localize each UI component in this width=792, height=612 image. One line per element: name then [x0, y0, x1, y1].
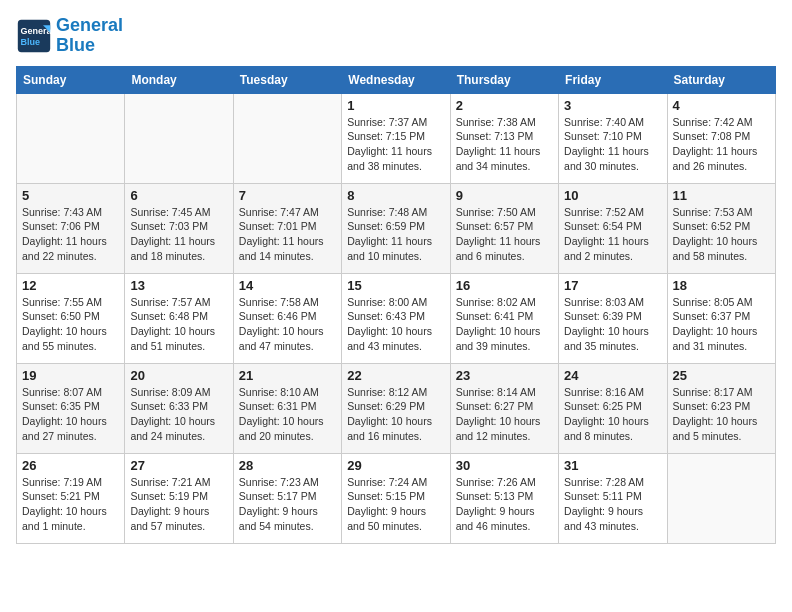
day-info: Sunrise: 7:28 AM Sunset: 5:11 PM Dayligh… — [564, 475, 661, 534]
day-number: 23 — [456, 368, 553, 383]
header-saturday: Saturday — [667, 66, 775, 93]
day-number: 25 — [673, 368, 770, 383]
day-cell: 26Sunrise: 7:19 AM Sunset: 5:21 PM Dayli… — [17, 453, 125, 543]
day-number: 21 — [239, 368, 336, 383]
day-number: 1 — [347, 98, 444, 113]
day-info: Sunrise: 7:57 AM Sunset: 6:48 PM Dayligh… — [130, 295, 227, 354]
header-tuesday: Tuesday — [233, 66, 341, 93]
day-info: Sunrise: 7:21 AM Sunset: 5:19 PM Dayligh… — [130, 475, 227, 534]
day-cell: 2Sunrise: 7:38 AM Sunset: 7:13 PM Daylig… — [450, 93, 558, 183]
day-info: Sunrise: 8:00 AM Sunset: 6:43 PM Dayligh… — [347, 295, 444, 354]
day-info: Sunrise: 8:16 AM Sunset: 6:25 PM Dayligh… — [564, 385, 661, 444]
day-cell: 12Sunrise: 7:55 AM Sunset: 6:50 PM Dayli… — [17, 273, 125, 363]
header-monday: Monday — [125, 66, 233, 93]
day-info: Sunrise: 8:02 AM Sunset: 6:41 PM Dayligh… — [456, 295, 553, 354]
day-info: Sunrise: 7:23 AM Sunset: 5:17 PM Dayligh… — [239, 475, 336, 534]
day-info: Sunrise: 7:43 AM Sunset: 7:06 PM Dayligh… — [22, 205, 119, 264]
day-cell — [125, 93, 233, 183]
day-info: Sunrise: 7:40 AM Sunset: 7:10 PM Dayligh… — [564, 115, 661, 174]
day-info: Sunrise: 7:26 AM Sunset: 5:13 PM Dayligh… — [456, 475, 553, 534]
week-row-4: 26Sunrise: 7:19 AM Sunset: 5:21 PM Dayli… — [17, 453, 776, 543]
day-cell: 24Sunrise: 8:16 AM Sunset: 6:25 PM Dayli… — [559, 363, 667, 453]
day-number: 10 — [564, 188, 661, 203]
day-cell: 8Sunrise: 7:48 AM Sunset: 6:59 PM Daylig… — [342, 183, 450, 273]
day-number: 17 — [564, 278, 661, 293]
day-info: Sunrise: 8:05 AM Sunset: 6:37 PM Dayligh… — [673, 295, 770, 354]
page-header: General Blue General Blue — [16, 16, 776, 56]
day-cell — [233, 93, 341, 183]
day-cell: 11Sunrise: 7:53 AM Sunset: 6:52 PM Dayli… — [667, 183, 775, 273]
day-cell: 31Sunrise: 7:28 AM Sunset: 5:11 PM Dayli… — [559, 453, 667, 543]
day-cell: 18Sunrise: 8:05 AM Sunset: 6:37 PM Dayli… — [667, 273, 775, 363]
day-cell: 16Sunrise: 8:02 AM Sunset: 6:41 PM Dayli… — [450, 273, 558, 363]
day-number: 2 — [456, 98, 553, 113]
day-cell: 22Sunrise: 8:12 AM Sunset: 6:29 PM Dayli… — [342, 363, 450, 453]
day-cell: 30Sunrise: 7:26 AM Sunset: 5:13 PM Dayli… — [450, 453, 558, 543]
day-cell: 13Sunrise: 7:57 AM Sunset: 6:48 PM Dayli… — [125, 273, 233, 363]
day-cell: 1Sunrise: 7:37 AM Sunset: 7:15 PM Daylig… — [342, 93, 450, 183]
day-info: Sunrise: 7:48 AM Sunset: 6:59 PM Dayligh… — [347, 205, 444, 264]
day-info: Sunrise: 8:03 AM Sunset: 6:39 PM Dayligh… — [564, 295, 661, 354]
day-info: Sunrise: 8:12 AM Sunset: 6:29 PM Dayligh… — [347, 385, 444, 444]
day-cell: 14Sunrise: 7:58 AM Sunset: 6:46 PM Dayli… — [233, 273, 341, 363]
day-cell: 17Sunrise: 8:03 AM Sunset: 6:39 PM Dayli… — [559, 273, 667, 363]
day-info: Sunrise: 7:42 AM Sunset: 7:08 PM Dayligh… — [673, 115, 770, 174]
day-info: Sunrise: 7:53 AM Sunset: 6:52 PM Dayligh… — [673, 205, 770, 264]
logo: General Blue General Blue — [16, 16, 123, 56]
day-number: 18 — [673, 278, 770, 293]
day-number: 20 — [130, 368, 227, 383]
day-number: 27 — [130, 458, 227, 473]
day-cell: 25Sunrise: 8:17 AM Sunset: 6:23 PM Dayli… — [667, 363, 775, 453]
day-number: 9 — [456, 188, 553, 203]
day-number: 29 — [347, 458, 444, 473]
day-info: Sunrise: 7:45 AM Sunset: 7:03 PM Dayligh… — [130, 205, 227, 264]
day-cell: 5Sunrise: 7:43 AM Sunset: 7:06 PM Daylig… — [17, 183, 125, 273]
day-number: 14 — [239, 278, 336, 293]
day-number: 22 — [347, 368, 444, 383]
day-cell: 23Sunrise: 8:14 AM Sunset: 6:27 PM Dayli… — [450, 363, 558, 453]
day-number: 16 — [456, 278, 553, 293]
day-info: Sunrise: 8:10 AM Sunset: 6:31 PM Dayligh… — [239, 385, 336, 444]
week-row-2: 12Sunrise: 7:55 AM Sunset: 6:50 PM Dayli… — [17, 273, 776, 363]
day-info: Sunrise: 8:09 AM Sunset: 6:33 PM Dayligh… — [130, 385, 227, 444]
day-number: 28 — [239, 458, 336, 473]
day-info: Sunrise: 8:17 AM Sunset: 6:23 PM Dayligh… — [673, 385, 770, 444]
day-cell: 15Sunrise: 8:00 AM Sunset: 6:43 PM Dayli… — [342, 273, 450, 363]
logo-text: General Blue — [56, 16, 123, 56]
calendar-table: SundayMondayTuesdayWednesdayThursdayFrid… — [16, 66, 776, 544]
day-cell — [667, 453, 775, 543]
day-info: Sunrise: 7:19 AM Sunset: 5:21 PM Dayligh… — [22, 475, 119, 534]
day-number: 12 — [22, 278, 119, 293]
header-sunday: Sunday — [17, 66, 125, 93]
day-number: 26 — [22, 458, 119, 473]
day-number: 11 — [673, 188, 770, 203]
day-info: Sunrise: 7:50 AM Sunset: 6:57 PM Dayligh… — [456, 205, 553, 264]
calendar-header-row: SundayMondayTuesdayWednesdayThursdayFrid… — [17, 66, 776, 93]
day-number: 8 — [347, 188, 444, 203]
header-thursday: Thursday — [450, 66, 558, 93]
day-number: 19 — [22, 368, 119, 383]
week-row-3: 19Sunrise: 8:07 AM Sunset: 6:35 PM Dayli… — [17, 363, 776, 453]
day-number: 15 — [347, 278, 444, 293]
day-cell: 7Sunrise: 7:47 AM Sunset: 7:01 PM Daylig… — [233, 183, 341, 273]
day-cell: 9Sunrise: 7:50 AM Sunset: 6:57 PM Daylig… — [450, 183, 558, 273]
day-number: 4 — [673, 98, 770, 113]
day-info: Sunrise: 7:37 AM Sunset: 7:15 PM Dayligh… — [347, 115, 444, 174]
header-wednesday: Wednesday — [342, 66, 450, 93]
day-number: 31 — [564, 458, 661, 473]
day-cell: 27Sunrise: 7:21 AM Sunset: 5:19 PM Dayli… — [125, 453, 233, 543]
day-cell: 3Sunrise: 7:40 AM Sunset: 7:10 PM Daylig… — [559, 93, 667, 183]
day-cell: 6Sunrise: 7:45 AM Sunset: 7:03 PM Daylig… — [125, 183, 233, 273]
day-cell: 28Sunrise: 7:23 AM Sunset: 5:17 PM Dayli… — [233, 453, 341, 543]
day-cell: 29Sunrise: 7:24 AM Sunset: 5:15 PM Dayli… — [342, 453, 450, 543]
day-cell: 10Sunrise: 7:52 AM Sunset: 6:54 PM Dayli… — [559, 183, 667, 273]
day-cell: 20Sunrise: 8:09 AM Sunset: 6:33 PM Dayli… — [125, 363, 233, 453]
day-number: 5 — [22, 188, 119, 203]
day-cell — [17, 93, 125, 183]
header-friday: Friday — [559, 66, 667, 93]
day-info: Sunrise: 7:58 AM Sunset: 6:46 PM Dayligh… — [239, 295, 336, 354]
day-number: 6 — [130, 188, 227, 203]
day-cell: 4Sunrise: 7:42 AM Sunset: 7:08 PM Daylig… — [667, 93, 775, 183]
day-info: Sunrise: 7:38 AM Sunset: 7:13 PM Dayligh… — [456, 115, 553, 174]
day-info: Sunrise: 7:24 AM Sunset: 5:15 PM Dayligh… — [347, 475, 444, 534]
